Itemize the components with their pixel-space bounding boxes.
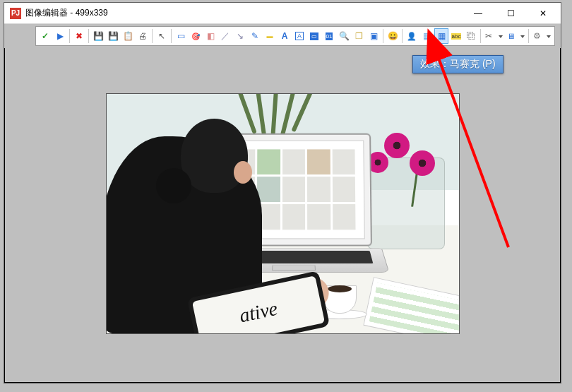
emoji-tool[interactable]: 😀 (386, 28, 400, 44)
crop-tool[interactable]: ⿻ (464, 28, 478, 44)
maximize-button[interactable]: ☐ (494, 3, 527, 24)
layers-tool[interactable]: ❐ (352, 28, 366, 44)
rect-select-tool[interactable]: ▭ (174, 28, 188, 44)
clipboard-icon: 📋 (123, 31, 133, 41)
crop-icon: ⿻ (467, 31, 475, 41)
eraser-tool[interactable]: ◧ (203, 28, 218, 44)
hatch-tool[interactable]: ▦ (419, 28, 434, 44)
floppy-arrow-icon: 💾 (108, 31, 119, 41)
counter-num-tool[interactable]: 01 (322, 28, 336, 44)
saveas-button[interactable]: 💾 (106, 28, 120, 44)
monitor-menu[interactable]: 🖥 (505, 28, 526, 44)
picture-tool[interactable]: ▣ (367, 28, 381, 44)
floppy-icon: 💾 (93, 31, 104, 41)
minimize-button[interactable]: — (462, 3, 494, 24)
rect-icon: ▭ (177, 31, 185, 41)
arrow-tool[interactable]: ↘ (233, 28, 247, 44)
textbox-tool[interactable]: A (292, 28, 306, 44)
app-icon: PJ (10, 8, 21, 19)
cursor-icon: ↖ (158, 31, 165, 41)
person-icon: 👤 (407, 32, 417, 41)
zoom-icon: 🔍 (339, 31, 350, 41)
x-icon: ✖ (76, 31, 83, 41)
play-icon: ▶ (57, 31, 64, 41)
chevron-down-icon (520, 35, 525, 38)
pencil-tool[interactable]: ✎ (248, 28, 262, 44)
abc-icon: abc (451, 33, 462, 40)
textbox-icon: A (295, 32, 304, 40)
arrow-icon: ↘ (237, 31, 244, 41)
photo-content: ative (107, 94, 459, 333)
picture-icon: ▣ (370, 31, 378, 41)
image-canvas[interactable]: ative (106, 93, 460, 334)
line-tool[interactable]: ／ (218, 28, 232, 44)
eraser-icon: ◧ (207, 31, 215, 41)
layers-icon: ❐ (355, 31, 363, 41)
abc-tool[interactable]: abc (449, 28, 463, 44)
pencil-icon: ✎ (251, 31, 258, 41)
print-button[interactable]: 🖨 (136, 28, 150, 44)
mosaic-icon: ▦ (438, 31, 446, 41)
marker-icon: ▬ (267, 32, 273, 40)
zoom-tool[interactable]: 🔍 (337, 28, 351, 44)
counter-rect-tool[interactable]: ▭ (307, 28, 321, 44)
printer-icon: 🖨 (138, 31, 147, 41)
marker-tool[interactable]: ▬ (263, 28, 277, 44)
settings-menu[interactable]: ⚙ (531, 28, 552, 44)
text-tool[interactable]: A (278, 28, 292, 44)
target-icon: 🎯 (191, 32, 200, 40)
cancel-button[interactable]: ✖ (72, 28, 86, 44)
mosaic-tool[interactable]: ▦ (434, 28, 448, 44)
play-button[interactable]: ▶ (53, 28, 67, 44)
emoji-icon: 😀 (388, 31, 398, 41)
confirm-button[interactable]: ✓ (38, 28, 52, 44)
line-icon: ／ (221, 30, 230, 42)
window-title: 图像编辑器 - 499x339 (25, 7, 108, 19)
toolbar: ✓ ▶ ✖ 💾 💾 📋 🖨 ↖ ▭ 🎯 ◧ ／ ↘ ✎ ▬ A A ▭ 01 🔍… (35, 26, 555, 46)
hatch-icon: ▦ (423, 31, 431, 41)
gear-icon: ⚙ (533, 31, 541, 41)
clipboard-button[interactable]: 📋 (121, 28, 135, 44)
chevron-down-icon (547, 35, 551, 38)
tools-menu[interactable]: ✂ (483, 28, 504, 44)
check-icon: ✓ (42, 31, 49, 41)
cursor-tool[interactable]: ↖ (155, 28, 169, 44)
person-tool[interactable]: 👤 (405, 28, 419, 44)
text-a-icon: A (282, 31, 288, 41)
counter-num-icon: 01 (326, 32, 333, 40)
canvas-area[interactable]: ative (5, 49, 560, 382)
toolbar-area: ✓ ▶ ✖ 💾 💾 📋 🖨 ↖ ▭ 🎯 ◧ ／ ↘ ✎ ▬ A A ▭ 01 🔍… (4, 24, 561, 48)
counter-rect-icon: ▭ (310, 32, 318, 40)
scissors-icon: ✂ (485, 31, 492, 41)
mosaic-tooltip: 效果：马赛克 (P) (412, 55, 504, 73)
monitor-icon: 🖥 (507, 32, 515, 40)
color-picker-tool[interactable]: 🎯 (189, 28, 203, 44)
chevron-down-icon (499, 35, 503, 38)
close-button[interactable]: ✕ (527, 3, 559, 24)
save-button[interactable]: 💾 (91, 28, 105, 44)
titlebar: PJ 图像编辑器 - 499x339 — ☐ ✕ (4, 3, 561, 24)
